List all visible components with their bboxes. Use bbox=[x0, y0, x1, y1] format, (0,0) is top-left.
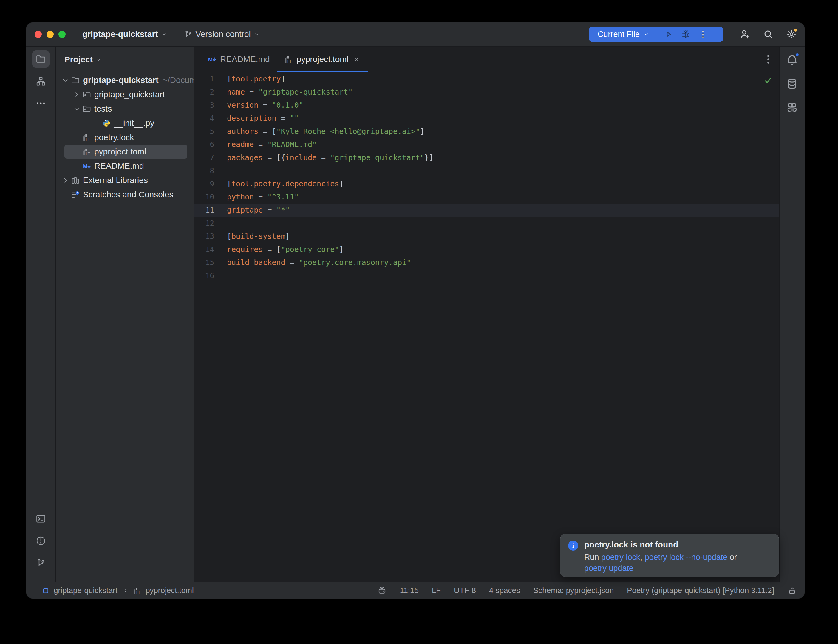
tree-item-scratches-and-consoles[interactable]: Scratches and Consoles bbox=[56, 187, 194, 202]
tool-window-button-problems[interactable] bbox=[32, 532, 49, 549]
code-editor[interactable]: 1[tool.poetry]2name = "griptape-quicksta… bbox=[194, 72, 779, 283]
code-line-text: description = "" bbox=[225, 112, 299, 125]
editor-tab-readme-md[interactable]: MREADME.md bbox=[200, 47, 277, 72]
code-line-text: authors = ["Kyle Roche <hello@griptape.a… bbox=[225, 125, 424, 138]
status-widget-cursor-position[interactable]: 11:15 bbox=[400, 586, 419, 595]
code-line-8[interactable]: 8 bbox=[194, 164, 779, 177]
tool-window-button-notifications[interactable] bbox=[785, 53, 799, 66]
status-widget-readonly-toggle[interactable] bbox=[787, 586, 797, 595]
status-widget-file-encoding[interactable]: UTF-8 bbox=[454, 586, 476, 595]
tool-window-button-ai-assistant[interactable] bbox=[785, 101, 799, 114]
chevron-down-icon[interactable] bbox=[72, 104, 81, 113]
breadcrumb-file[interactable]: pyproject.toml bbox=[146, 586, 194, 595]
markdown-icon: M bbox=[207, 55, 217, 64]
status-widget-indentation[interactable]: 4 spaces bbox=[489, 586, 520, 595]
editor-tab-pyproject-toml[interactable]: [T]pyproject.toml bbox=[277, 47, 367, 72]
code-line-3[interactable]: 3version = "0.1.0" bbox=[194, 99, 779, 112]
chevron-right-icon[interactable] bbox=[72, 90, 81, 99]
breadcrumb-project[interactable]: griptape-quickstart bbox=[54, 586, 118, 595]
chevron-down-icon[interactable] bbox=[61, 76, 70, 85]
chevron-down-icon bbox=[254, 31, 260, 37]
code-line-text: [tool.poetry.dependencies] bbox=[225, 177, 343, 191]
code-line-12[interactable]: 12 bbox=[194, 217, 779, 230]
code-line-4[interactable]: 4description = "" bbox=[194, 112, 779, 125]
breadcrumb: griptape-quickstart [T] pyproject.toml bbox=[42, 586, 194, 595]
python-icon bbox=[102, 119, 111, 128]
title-bar-actions: Current File bbox=[589, 22, 805, 46]
line-number: 8 bbox=[194, 164, 225, 177]
tree-item-readme-md[interactable]: MREADME.md bbox=[56, 159, 194, 173]
terminal-icon bbox=[36, 513, 46, 524]
code-line-9[interactable]: 9[tool.poetry.dependencies] bbox=[194, 177, 779, 191]
tool-window-button-database[interactable] bbox=[785, 77, 799, 90]
editor-area: MREADME.md[T]pyproject.toml 1[tool.poetr… bbox=[194, 47, 779, 582]
tree-item-tests[interactable]: tests bbox=[56, 102, 194, 116]
tree-item-external-libraries[interactable]: External Libraries bbox=[56, 173, 194, 187]
code-line-14[interactable]: 14requires = ["poetry-core"] bbox=[194, 243, 779, 256]
code-line-11[interactable]: 11griptape = "*" bbox=[194, 204, 779, 217]
maximize-window-button[interactable] bbox=[58, 31, 66, 38]
tab-options-kebab-icon[interactable] bbox=[762, 53, 774, 65]
tool-window-button-structure[interactable] bbox=[32, 72, 49, 90]
settings-button[interactable] bbox=[785, 28, 797, 40]
status-widget-ai-assistant-status[interactable] bbox=[377, 586, 387, 595]
code-line-text: readme = "README.md" bbox=[225, 138, 317, 151]
code-with-me-button[interactable] bbox=[739, 28, 751, 40]
inspection-ok-check-icon[interactable] bbox=[764, 76, 772, 85]
project-panel-header[interactable]: Project bbox=[56, 47, 194, 65]
tool-window-button-terminal[interactable] bbox=[32, 510, 49, 527]
tree-item-griptape-quickstart[interactable]: griptape_quickstart bbox=[56, 87, 194, 102]
chevron-right-icon[interactable] bbox=[61, 176, 70, 185]
tree-item-pyproject-toml[interactable]: [T]pyproject.toml bbox=[56, 145, 194, 159]
chevron-down-icon[interactable] bbox=[643, 31, 649, 37]
run-configuration-selector[interactable]: Current File bbox=[598, 30, 640, 39]
code-line-2[interactable]: 2name = "griptape-quickstart" bbox=[194, 85, 779, 99]
folder-src-icon bbox=[82, 104, 91, 113]
status-widget-line-separator[interactable]: LF bbox=[432, 586, 441, 595]
toml-icon: [T] bbox=[82, 133, 91, 142]
markdown-icon: M bbox=[82, 162, 91, 171]
tree-item-griptape-quickstart[interactable]: griptape-quickstart~/Docume bbox=[56, 73, 194, 87]
git-icon bbox=[36, 557, 46, 568]
code-line-16[interactable]: 16 bbox=[194, 269, 779, 283]
code-line-10[interactable]: 10python = "^3.11" bbox=[194, 191, 779, 204]
code-line-7[interactable]: 7packages = [{include = "griptape_quicks… bbox=[194, 151, 779, 164]
code-line-13[interactable]: 13[build-system] bbox=[194, 230, 779, 243]
code-line-6[interactable]: 6readme = "README.md" bbox=[194, 138, 779, 151]
chevron-down-icon bbox=[161, 31, 167, 37]
code-line-1[interactable]: 1[tool.poetry] bbox=[194, 72, 779, 85]
close-window-button[interactable] bbox=[35, 31, 42, 38]
status-widget-json-schema[interactable]: Schema: pyproject.json bbox=[533, 586, 614, 595]
tree-item-poetry-lock[interactable]: [T]poetry.lock bbox=[56, 130, 194, 145]
code-line-15[interactable]: 15build-backend = "poetry.core.masonry.a… bbox=[194, 256, 779, 269]
notification-link-poetry-lock-no-update[interactable]: poetry lock --no-update bbox=[645, 553, 728, 562]
code-line-text: packages = [{include = "griptape_quickst… bbox=[225, 151, 433, 164]
line-number: 2 bbox=[194, 85, 225, 99]
workspace-icon[interactable] bbox=[42, 587, 49, 595]
tool-window-button-more-tool-windows[interactable] bbox=[32, 95, 49, 112]
library-icon bbox=[71, 176, 80, 185]
run-button[interactable] bbox=[663, 29, 674, 39]
project-tree: griptape-quickstart~/Documegriptape_quic… bbox=[56, 73, 194, 202]
tree-item--init-py[interactable]: __init__.py bbox=[56, 116, 194, 130]
code-line-text: python = "^3.11" bbox=[225, 191, 299, 204]
notification-link-poetry-lock[interactable]: poetry lock bbox=[601, 553, 640, 562]
traffic-lights bbox=[35, 31, 66, 38]
code-line-5[interactable]: 5authors = ["Kyle Roche <hello@griptape.… bbox=[194, 125, 779, 138]
toml-file-icon: [T] bbox=[133, 586, 141, 595]
project-switcher[interactable]: griptape-quickstart bbox=[82, 30, 167, 39]
minimize-window-button[interactable] bbox=[46, 31, 54, 38]
more-run-options-button[interactable] bbox=[698, 29, 708, 39]
notification-link-poetry-update[interactable]: poetry update bbox=[584, 564, 633, 573]
search-everywhere-button[interactable] bbox=[762, 28, 774, 40]
activity-bar-bottom bbox=[32, 510, 49, 576]
status-widget-python-interpreter[interactable]: Poetry (griptape-quickstart) [Python 3.1… bbox=[627, 586, 774, 595]
close-tab-icon[interactable] bbox=[353, 56, 361, 63]
debug-button[interactable] bbox=[680, 29, 691, 39]
tool-window-button-project[interactable] bbox=[32, 50, 49, 68]
vcs-widget[interactable]: Version control bbox=[184, 30, 260, 39]
line-number: 13 bbox=[194, 230, 225, 243]
line-number: 11 bbox=[194, 204, 225, 217]
tool-window-button-version-control[interactable] bbox=[32, 554, 49, 572]
line-number: 9 bbox=[194, 177, 225, 191]
